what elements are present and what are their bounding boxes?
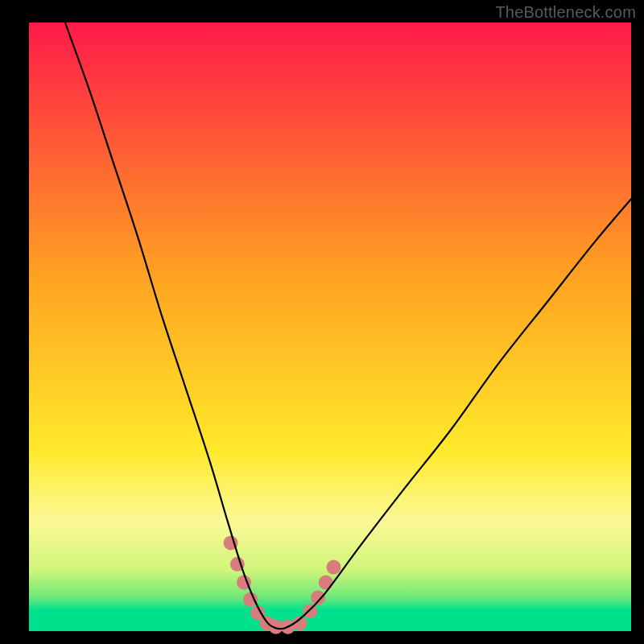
chart-frame: TheBottleneck.com — [0, 0, 644, 644]
highlight-dot — [303, 604, 317, 618]
highlight-dot — [326, 560, 341, 575]
highlight-dot — [319, 576, 333, 590]
plot-background — [29, 23, 631, 631]
watermark-text: TheBottleneck.com — [495, 3, 636, 22]
bottleneck-chart — [0, 0, 644, 644]
